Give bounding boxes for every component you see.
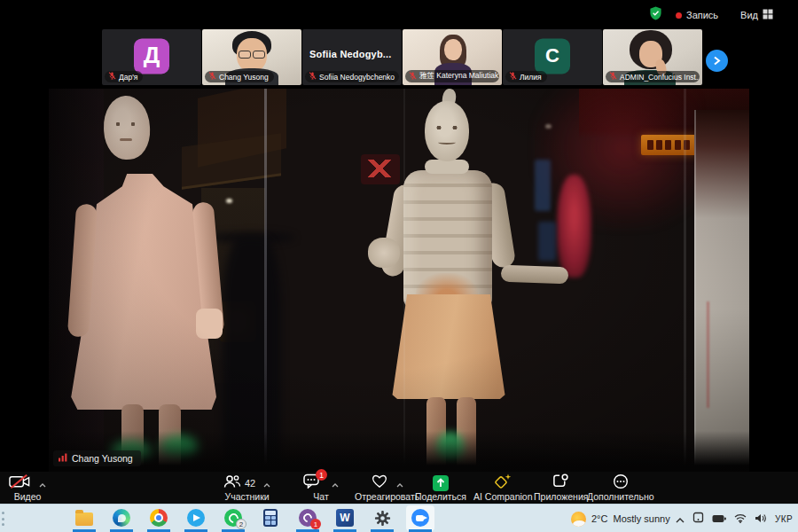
apps-icon [552,473,569,492]
speaker-icon[interactable] [755,511,767,527]
battery-icon[interactable] [712,511,726,527]
more-icon [613,473,629,493]
scene-vignette [49,89,749,472]
muted-mic-icon [208,72,216,82]
system-tray: УКР [676,505,793,532]
weather-sun-icon [571,512,586,527]
participant-tile[interactable]: С Лилия [503,29,602,85]
chat-button[interactable]: 1 Чат [303,474,339,502]
muted-mic-icon [509,72,517,82]
avatar: Д [134,38,169,74]
view-label: Вид [740,10,758,20]
weather-widget[interactable]: 2°C Mostly sunny [571,505,670,532]
react-options-chevron[interactable] [396,475,403,491]
video-options-chevron[interactable] [39,475,46,491]
react-icon [371,473,388,492]
security-shield-icon[interactable] [649,6,662,24]
signal-bars-icon [59,453,67,464]
view-grid-icon [763,7,773,23]
participant-name-tag: ADMIN_Confucius Inst... [606,71,700,82]
tray-device-icon[interactable] [692,511,704,527]
chat-options-chevron[interactable] [332,475,339,491]
muted-mic-icon [409,72,417,82]
windows-taskbar: 2 1 W 2°C Mostly sunny [0,504,798,532]
calculator-icon[interactable] [261,508,280,528]
video-button[interactable]: Видео [9,474,46,502]
participant-name-tag: 雅莲 Kateryna Maliutiak [405,70,499,82]
participant-name-tag: Chang Yusong [205,71,274,82]
meeting-topbar: Запись Вид [0,0,798,27]
muted-mic-icon [309,72,317,82]
ai-companion-button[interactable]: AI Companion [473,474,533,502]
participant-center-name: Sofiia Nedogyb... [309,49,392,59]
main-speaker-video[interactable]: Chang Yusong [49,89,749,472]
share-icon [433,475,449,491]
wifi-icon[interactable] [734,511,747,527]
zoom-app-icon[interactable] [411,508,430,528]
participants-icon [223,474,241,492]
tray-chevron-up-icon[interactable] [676,511,685,527]
participants-options-chevron[interactable] [263,475,270,491]
participants-button[interactable]: 42 Участники [223,474,270,502]
viber-icon[interactable]: 1 [298,508,317,528]
participant-tile[interactable]: ADMIN_Confucius Inst... [603,29,702,85]
word-icon[interactable]: W [335,508,355,528]
apps-button[interactable]: Приложения [534,474,588,502]
share-button[interactable]: Поделиться [415,474,466,502]
chrome-browser-icon[interactable] [149,508,168,528]
meeting-toolbar: Видео 42 Участники 1 [0,472,798,504]
next-participants-page-button[interactable] [706,50,728,72]
muted-mic-icon [609,72,617,82]
view-button[interactable]: Вид [740,7,773,23]
ai-companion-icon [494,473,512,493]
more-button[interactable]: Дополнительно [587,474,654,502]
video-off-icon [9,474,31,492]
record-dot [676,12,682,19]
next-page-icon [713,53,721,69]
settings-gear-icon[interactable] [372,508,392,528]
recording-label: Запись [686,10,718,20]
recording-indicator: Запись [676,10,718,20]
participant-tile[interactable]: Sofiia Nedogyb... Sofiia Nedogybchenko [302,29,402,85]
chat-unread-badge: 1 [316,469,327,481]
participant-tile[interactable]: Chang Yusong [202,29,301,85]
weather-description: Mostly sunny [613,513,669,524]
file-explorer-icon[interactable] [74,508,94,528]
edge-browser-icon[interactable] [112,508,131,528]
keyboard-language[interactable]: УКР [775,514,793,524]
whatsapp-icon[interactable]: 2 [223,508,243,528]
speaker-name-tag: Chang Yusong [53,450,141,466]
participant-name-tag: Лилия [505,71,547,82]
muted-mic-icon [108,72,116,82]
react-button[interactable]: Отреагировать [355,474,419,502]
participant-tile[interactable]: 雅莲 Kateryna Maliutiak [403,29,502,85]
participants-filmstrip: Д Дар'я Chang Yusong Sofiia Nedogyb... S… [102,29,702,85]
taskbar-overflow-handle[interactable] [2,512,6,526]
whatsapp-badge: 2 [236,519,246,529]
participant-name-tag: Sofiia Nedogybchenko [305,71,399,82]
weather-temperature: 2°C [591,513,607,524]
participant-name-tag: Дар'я [105,71,143,82]
avatar: С [535,38,570,74]
participants-count: 42 [245,478,255,489]
viber-badge: 1 [310,519,321,529]
telegram-icon[interactable] [186,508,206,528]
participant-tile[interactable]: Д Дар'я [102,29,201,85]
